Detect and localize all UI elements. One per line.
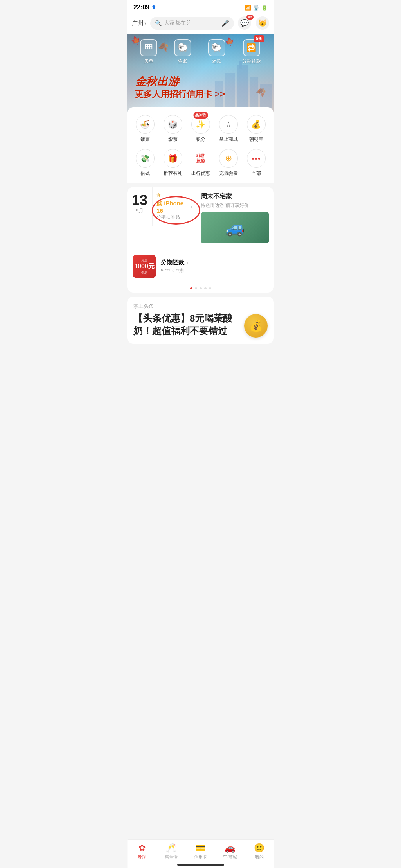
svg-rect-7 bbox=[225, 73, 235, 112]
referral-label: 推荐有礼 bbox=[164, 170, 182, 177]
promo-section: 13 9月 宜 购 iPhone 16 分期抽补贴 › bbox=[127, 187, 274, 293]
search-bar[interactable]: 🔍 大家都在兑 🎤 bbox=[150, 17, 234, 30]
nav-item-all[interactable]: 全部 bbox=[242, 149, 270, 177]
nav-item-travel[interactable]: 非常旅游 出行优惠 bbox=[187, 149, 214, 177]
all-icon bbox=[247, 149, 266, 168]
promo-yiyi: 宜 bbox=[156, 192, 192, 198]
nav-item-points[interactable]: 黑神话 ✨ 积分 bbox=[187, 115, 214, 143]
hero-banner[interactable]: 🍁 🍂 🍁 🍂 买单 🐑 查账 🐑 还款 5折 🔁 分期还款 bbox=[127, 34, 274, 112]
status-bar: 22:09 ⬆ 📶 📡 🔋 bbox=[127, 0, 274, 13]
food-icon: 🍜 bbox=[136, 115, 155, 134]
repay-icon: 🐑 bbox=[208, 39, 225, 56]
voucher-label: 免息 bbox=[141, 258, 147, 262]
nav-item-referral[interactable]: 🎁 推荐有礼 bbox=[159, 149, 187, 177]
topup-icon: ⊕ bbox=[219, 149, 238, 168]
dot-4 bbox=[204, 287, 207, 289]
iphone-promo-wrap: 购 iPhone 16 分期抽补贴 bbox=[156, 200, 192, 221]
installment-title: 分期还款 › bbox=[161, 259, 268, 266]
savings-icon: 💰 bbox=[247, 115, 266, 134]
iphone-promo-title: 购 iPhone 16 bbox=[156, 200, 192, 214]
topup-label: 充值缴费 bbox=[219, 170, 238, 177]
nav-item-food[interactable]: 🍜 饭票 bbox=[131, 115, 159, 143]
news-label: 掌上头条 bbox=[133, 303, 268, 310]
mall-icon: ☆ bbox=[219, 115, 238, 134]
points-label: 积分 bbox=[196, 136, 205, 143]
buy-icon bbox=[140, 39, 157, 56]
nav-item-savings[interactable]: 💰 朝朝宝 bbox=[242, 115, 270, 143]
food-label: 饭票 bbox=[140, 136, 150, 143]
points-badge: 黑神话 bbox=[193, 112, 208, 119]
news-section[interactable]: 掌上头条 【头条优惠】8元喝茉酸奶！超值福利不要错过 💰 bbox=[127, 297, 274, 344]
referral-icon: 🎁 bbox=[164, 149, 182, 168]
location-button[interactable]: 广州 ▾ bbox=[132, 20, 146, 27]
notification-badge: 92 bbox=[246, 15, 254, 20]
weekend-promo-image: 🚙 bbox=[201, 212, 269, 243]
voucher-icon: 免息 1000元 免息 bbox=[133, 255, 156, 278]
search-placeholder: 大家都在兑 bbox=[164, 20, 219, 27]
installment-promo-row[interactable]: 免息 1000元 免息 分期还款 › ¥ *** × **期 bbox=[127, 249, 274, 284]
promo-top-row: 13 9月 宜 购 iPhone 16 分期抽补贴 › bbox=[127, 187, 274, 249]
all-label: 全部 bbox=[252, 170, 261, 177]
wifi-icon: 📡 bbox=[253, 5, 259, 11]
svg-rect-8 bbox=[237, 65, 248, 112]
search-icon: 🔍 bbox=[155, 20, 162, 26]
avatar-button[interactable]: 😺 bbox=[256, 16, 269, 30]
loan-label: 借钱 bbox=[140, 170, 150, 177]
header: 广州 ▾ 🔍 大家都在兑 🎤 💬 92 😺 bbox=[127, 13, 274, 34]
installment-sub: ¥ *** × **期 bbox=[161, 268, 268, 274]
weekend-sub: 特色周边游 预订享好价 bbox=[201, 202, 269, 209]
svg-rect-5 bbox=[150, 47, 152, 49]
svg-rect-9 bbox=[250, 77, 258, 112]
buy-label: 买单 bbox=[144, 58, 153, 65]
nav-item-mall[interactable]: ☆ 掌上商城 bbox=[214, 115, 242, 143]
arrow-icon: › bbox=[191, 203, 192, 210]
movie-icon: 🎲 bbox=[164, 115, 182, 134]
iphone-promo-cell: 13 9月 宜 购 iPhone 16 分期抽补贴 › bbox=[127, 187, 196, 249]
avatar-icon: 😺 bbox=[258, 19, 267, 27]
installment-info: 分期还款 › ¥ *** × **期 bbox=[161, 259, 268, 274]
installment-arrow: › bbox=[187, 259, 189, 266]
mic-icon[interactable]: 🎤 bbox=[221, 20, 229, 27]
message-icon: 💬 bbox=[240, 19, 249, 27]
iphone-promo-sub: 分期抽补贴 bbox=[156, 214, 192, 221]
image-overlay bbox=[201, 212, 269, 243]
chevron-down-icon: ▾ bbox=[144, 21, 146, 25]
weekend-title: 周末不宅家 bbox=[201, 192, 269, 201]
promo-day: 13 bbox=[132, 193, 147, 207]
iphone-promo-content[interactable]: 宜 购 iPhone 16 分期抽补贴 › bbox=[153, 187, 196, 226]
travel-label: 出行优惠 bbox=[191, 170, 210, 177]
notification-button[interactable]: 💬 92 bbox=[238, 16, 251, 30]
location-label: 广州 bbox=[132, 20, 144, 27]
dot-3 bbox=[200, 287, 202, 289]
date-block: 13 9月 bbox=[127, 187, 152, 226]
city-silhouette bbox=[211, 57, 274, 112]
quick-nav: 🍜 饭票 🎲 影票 黑神话 ✨ 积分 ☆ 掌上商城 💰 朝朝宝 💸 借钱 🎁 推… bbox=[127, 107, 274, 183]
loan-icon: 💸 bbox=[136, 149, 155, 168]
account-label: 查账 bbox=[178, 58, 187, 65]
weekend-promo-cell[interactable]: 周末不宅家 特色周边游 预订享好价 🚙 bbox=[196, 187, 274, 249]
quick-nav-grid: 🍜 饭票 🎲 影票 黑神话 ✨ 积分 ☆ 掌上商城 💰 朝朝宝 💸 借钱 🎁 推… bbox=[131, 115, 270, 177]
savings-label: 朝朝宝 bbox=[249, 136, 263, 143]
dot-2 bbox=[195, 287, 197, 289]
mall-label: 掌上商城 bbox=[219, 136, 238, 143]
travel-icon: 非常旅游 bbox=[191, 149, 210, 168]
svg-rect-11 bbox=[239, 61, 242, 69]
voucher-amount: 1000元 bbox=[134, 262, 155, 271]
quick-action-buy[interactable]: 买单 bbox=[140, 39, 157, 65]
nav-item-topup[interactable]: ⊕ 充值缴费 bbox=[214, 149, 242, 177]
signal-icon: 📶 bbox=[245, 5, 251, 11]
battery-icon: 🔋 bbox=[261, 5, 268, 11]
nav-item-movie[interactable]: 🎲 影票 bbox=[159, 115, 187, 143]
promo-month: 9月 bbox=[136, 207, 144, 214]
voucher-sub2: 免息 bbox=[141, 271, 147, 275]
gold-coin-icon: 💰 bbox=[244, 314, 268, 338]
quick-action-account[interactable]: 🐑 查账 bbox=[174, 39, 191, 65]
nav-item-loan[interactable]: 💸 借钱 bbox=[131, 149, 159, 177]
discount-badge: 5折 bbox=[254, 35, 264, 42]
movie-label: 影票 bbox=[168, 136, 178, 143]
header-icons: 💬 92 😺 bbox=[238, 16, 269, 30]
account-icon: 🐑 bbox=[174, 39, 191, 56]
status-icons: 📶 📡 🔋 bbox=[245, 5, 268, 11]
dot-5 bbox=[209, 287, 211, 289]
location-arrow-icon: ⬆ bbox=[151, 4, 156, 11]
